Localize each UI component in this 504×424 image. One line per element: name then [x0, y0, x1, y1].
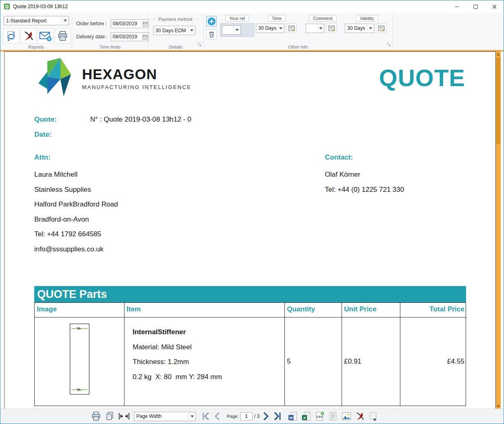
- payment-method-value: 30 Days EOM: [153, 28, 188, 33]
- last-page-button[interactable]: [273, 412, 282, 421]
- delivery-date-row: Delivery date : 08/03/2019: [76, 32, 149, 41]
- other-info-dialog-launcher[interactable]: [387, 41, 391, 49]
- svg-text:CSV: CSV: [316, 415, 323, 419]
- minimize-icon: [455, 4, 459, 9]
- chevron-down-glyph: [319, 27, 322, 29]
- export-image-button[interactable]: [342, 412, 351, 421]
- print-report-button[interactable]: [55, 28, 71, 44]
- dialog-launcher-icon: [387, 43, 391, 47]
- ribbon-group-reports: 1-Standard Report: [0, 13, 72, 50]
- your-ref-controls: [220, 23, 254, 37]
- col-header-unit-price: Unit Price: [342, 303, 400, 317]
- hexagon-logo-mark: [35, 58, 74, 99]
- part-material: Material: Mild Steel: [133, 343, 284, 351]
- email-report-button[interactable]: [38, 28, 53, 44]
- calendar-glyph: [142, 34, 148, 40]
- add-page-button[interactable]: [369, 411, 377, 421]
- chevron-down-icon[interactable]: [233, 26, 240, 34]
- col-header-item: Item: [124, 303, 284, 317]
- refresh-report-button[interactable]: [3, 28, 19, 44]
- delete-item-button[interactable]: [206, 29, 217, 40]
- vertical-scrollbar[interactable]: [496, 51, 501, 409]
- last-page-icon: [273, 412, 282, 421]
- chevron-down-icon[interactable]: [62, 16, 69, 25]
- validity-label: Validity: [356, 15, 378, 22]
- form-edit-icon: [328, 25, 335, 32]
- arrow-up-glyph: [497, 53, 500, 55]
- export-pdf-button[interactable]: [20, 28, 36, 44]
- attn-line: info@sssupplies.co.uk: [34, 242, 118, 257]
- hexagon-logo-text: HEXAGON MANUFACTURING INTELLIGENCE: [82, 67, 191, 90]
- close-icon: [492, 4, 497, 9]
- validity-select[interactable]: 30 Days: [345, 24, 374, 33]
- export-csv-button[interactable]: CSV: [315, 411, 324, 421]
- previous-page-button[interactable]: [214, 412, 220, 421]
- your-ref-select[interactable]: [222, 25, 241, 35]
- report-style-select[interactable]: 1-Standard Report: [4, 16, 69, 25]
- part-drawing: [69, 323, 90, 395]
- comment-select[interactable]: [306, 24, 324, 33]
- scroll-up-icon[interactable]: [496, 51, 501, 57]
- copy-page-button[interactable]: [105, 411, 114, 421]
- payment-method-label: Payment method: [158, 17, 192, 22]
- refresh-report-icon: [6, 31, 17, 42]
- quote-number-row: Quote: N° : Quote 2019-03-08 13h12 - 0: [34, 115, 57, 124]
- chevron-down-glyph: [369, 27, 372, 29]
- text-doc-icon: [329, 411, 337, 421]
- comment-label: Comment: [309, 15, 337, 22]
- csv-export-icon: CSV: [315, 411, 324, 421]
- trash-icon: [208, 31, 215, 38]
- chevron-down-icon[interactable]: [189, 412, 195, 421]
- hexagon-logo: HEXAGON MANUFACTURING INTELLIGENCE: [35, 58, 191, 99]
- add-item-button[interactable]: [206, 16, 217, 27]
- ribbon-group-time-limits: Order before : 08/03/2019 Delivery date …: [72, 13, 148, 50]
- export-excel-button[interactable]: X: [302, 411, 311, 421]
- order-before-label: Order before :: [76, 21, 111, 27]
- chevron-down-icon[interactable]: [277, 24, 284, 33]
- calendar-icon[interactable]: [141, 21, 149, 27]
- email-icon: [39, 31, 52, 42]
- details-dialog-launcher[interactable]: [198, 41, 202, 49]
- validity-edit-button[interactable]: [376, 23, 386, 33]
- close-button[interactable]: [485, 0, 504, 13]
- time-value: 30 Days: [256, 25, 277, 31]
- part-unit-price: £0.91: [342, 317, 400, 406]
- order-before-row: Order before : 08/03/2019: [76, 19, 149, 28]
- export-word-button[interactable]: W: [288, 411, 298, 421]
- part-details-cell: InternalStiffener Material: Mild Steel T…: [124, 317, 284, 406]
- your-ref-label: Your ref: [225, 15, 249, 22]
- dialog-launcher-icon: [198, 43, 202, 47]
- chevron-down-icon[interactable]: [367, 24, 374, 33]
- time-controls: 30 Days: [256, 23, 298, 33]
- time-edit-button[interactable]: [286, 23, 297, 33]
- order-before-date-input[interactable]: 08/03/2019: [111, 19, 149, 28]
- next-page-button[interactable]: [263, 412, 269, 421]
- zoom-select[interactable]: Page Width: [134, 412, 196, 421]
- chevron-down-icon[interactable]: [317, 24, 324, 33]
- maximize-button[interactable]: [466, 0, 485, 13]
- delivery-date-input[interactable]: 08/03/2019: [111, 32, 149, 41]
- time-select[interactable]: 30 Days: [256, 24, 284, 33]
- chevron-down-glyph: [279, 27, 282, 29]
- page-number-input[interactable]: [240, 412, 253, 420]
- payment-method-select[interactable]: 30 Days EOM: [153, 26, 195, 35]
- comment-edit-button[interactable]: [326, 23, 337, 33]
- chevron-down-icon[interactable]: [188, 26, 195, 35]
- page-total: / 3: [254, 413, 260, 419]
- scrollbar-thumb[interactable]: [496, 58, 500, 144]
- part-thickness: Thickness: 1.2mm: [133, 358, 284, 366]
- attn-line: Tel: +44 1792 664585: [34, 227, 118, 242]
- page-title: QUOTE: [379, 66, 465, 90]
- quote-label: Quote:: [34, 115, 57, 123]
- contact-line: Olaf Körner: [325, 167, 404, 182]
- part-quantity: 5: [284, 317, 342, 406]
- fit-width-button[interactable]: [118, 413, 130, 420]
- col-header-total-price: Total Price: [400, 303, 466, 317]
- first-page-button[interactable]: [202, 412, 210, 421]
- export-text-button[interactable]: [329, 411, 337, 421]
- print-button[interactable]: [91, 411, 101, 422]
- export-pdf-button[interactable]: [355, 412, 364, 421]
- calendar-icon[interactable]: [141, 34, 149, 40]
- minimize-button[interactable]: [447, 0, 466, 13]
- quote-page: HEXAGON MANUFACTURING INTELLIGENCE QUOTE…: [4, 51, 496, 409]
